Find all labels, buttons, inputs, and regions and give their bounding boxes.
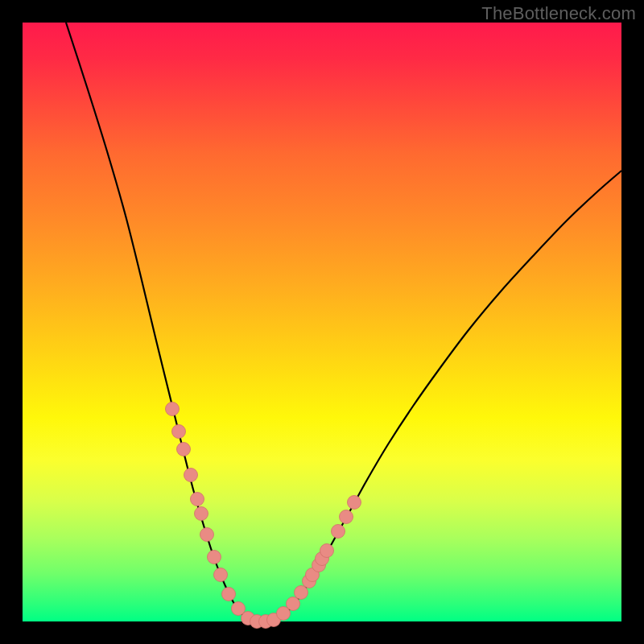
data-marker [287, 597, 300, 611]
data-marker [348, 496, 361, 510]
data-marker [184, 469, 198, 482]
data-marker [295, 586, 308, 600]
data-marker [177, 443, 191, 456]
bottleneck-curve [23, 23, 621, 621]
data-marker [214, 568, 228, 582]
chart-area [23, 23, 621, 621]
data-marker [320, 544, 334, 558]
watermark-text: TheBottleneck.com [481, 3, 636, 24]
data-marker [191, 493, 204, 506]
data-marker [340, 510, 353, 524]
data-marker [166, 402, 180, 416]
data-marker [200, 528, 214, 542]
data-marker [195, 507, 208, 521]
data-marker [222, 588, 236, 601]
data-marker [172, 425, 186, 439]
data-marker [332, 525, 345, 539]
data-marker [208, 551, 221, 564]
